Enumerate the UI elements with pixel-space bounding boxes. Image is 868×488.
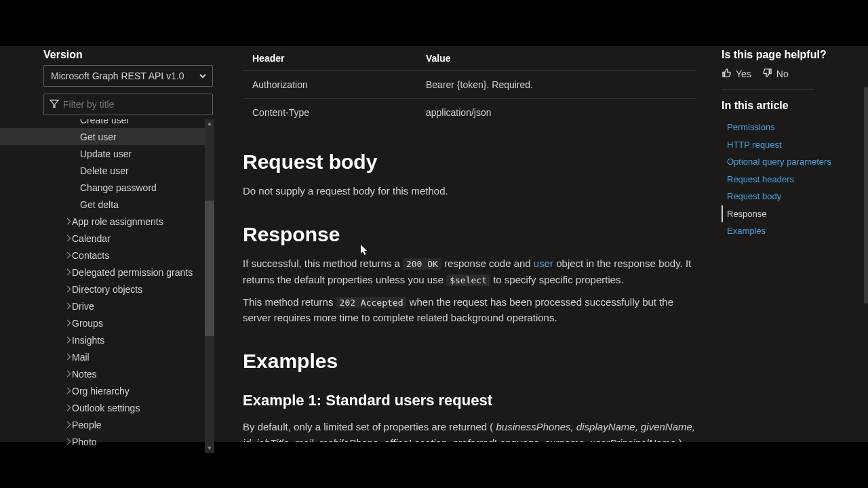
scroll-down-icon[interactable] <box>205 443 214 453</box>
nav-branch[interactable]: Org hierarchy <box>0 382 210 399</box>
nav-branch[interactable]: People <box>0 416 210 433</box>
nav-leaf[interactable]: Get delta <box>0 196 210 213</box>
heading-response: Response <box>243 223 696 246</box>
nav-branch[interactable]: Planner tasks <box>0 450 210 453</box>
nav-branch-label: Notes <box>64 369 97 380</box>
table-cell: Content-Type <box>243 99 416 127</box>
nav-branch-label: Drive <box>64 301 94 312</box>
text: This method returns <box>243 296 336 308</box>
nav-branch[interactable]: Directory objects <box>0 281 210 298</box>
right-sidebar: Is this page helpful? Yes No In this art… <box>722 46 868 442</box>
heading-example-1: Example 1: Standard users request <box>243 392 696 409</box>
filter-input[interactable] <box>63 99 207 110</box>
nav-branch[interactable]: Groups <box>0 314 210 331</box>
nav-branch[interactable]: Photo <box>0 433 210 450</box>
code-200-ok: 200 OK <box>403 258 441 270</box>
request-headers-table: Header Value Authorization Bearer {token… <box>243 46 696 126</box>
toc-link[interactable]: Examples <box>722 222 868 240</box>
code-202-accepted: 202 Accepted <box>336 297 407 308</box>
table-cell: application/json <box>416 99 696 127</box>
nav-branch[interactable]: Insights <box>0 331 210 348</box>
toc-link[interactable]: Permissions <box>722 119 868 136</box>
no-label: No <box>776 68 789 79</box>
mouse-cursor-icon <box>361 245 369 256</box>
toc-link[interactable]: Request headers <box>722 171 868 188</box>
user-link[interactable]: user <box>534 258 553 269</box>
table-cell: Bearer {token}. Required. <box>416 71 696 99</box>
nav-branch-label: Directory objects <box>64 284 142 295</box>
response-text-1: If successful, this method returns a 200… <box>243 256 696 287</box>
version-label: Version <box>43 46 217 65</box>
table-header: Header <box>243 46 416 71</box>
scrollbar-thumb[interactable] <box>205 201 214 336</box>
thumbs-up-icon <box>722 68 732 80</box>
code-select: $select <box>446 274 490 286</box>
table-cell: Authorization <box>243 71 416 99</box>
chevron-down-icon <box>199 71 207 79</box>
nav-leaf[interactable]: Change password <box>0 179 210 196</box>
nav-branch-label: People <box>64 420 102 430</box>
nav-branch[interactable]: App role assignments <box>0 213 210 230</box>
text: response code and <box>441 258 534 269</box>
nav-branch[interactable]: Delegated permission grants <box>0 264 210 281</box>
nav-branch-label: Delegated permission grants <box>64 267 193 278</box>
nav-branch-label: Contacts <box>64 250 109 261</box>
svg-marker-3 <box>361 245 367 255</box>
svg-marker-0 <box>50 100 58 107</box>
yes-label: Yes <box>736 68 751 79</box>
filter-icon <box>50 99 59 110</box>
table-row: Content-Type application/json <box>243 99 696 127</box>
nav-leaf[interactable]: Update user <box>0 145 210 162</box>
response-text-2: This method returns 202 Accepted when th… <box>243 294 696 326</box>
nav-branch[interactable]: Contacts <box>0 247 210 264</box>
table-header: Value <box>416 46 696 71</box>
nav-branch-label: Calendar <box>64 233 111 244</box>
divider <box>722 89 814 90</box>
heading-request-body: Request body <box>243 150 696 174</box>
toc-link[interactable]: Request body <box>722 188 868 205</box>
left-sidebar: Version Microsoft Graph REST API v1.0 Cr… <box>0 46 217 442</box>
filter-box[interactable] <box>43 94 213 115</box>
nav-branch-label: Groups <box>64 318 103 329</box>
heading-examples: Examples <box>243 350 696 373</box>
nav-branch[interactable]: Drive <box>0 298 210 314</box>
helpful-question: Is this page helpful? <box>722 49 868 61</box>
thumbs-down-icon <box>762 68 772 80</box>
nav-branch[interactable]: Mail <box>0 348 210 365</box>
main-content: Header Value Authorization Bearer {token… <box>217 46 722 442</box>
nav-tree[interactable]: Create userGet userUpdate userDelete use… <box>0 119 210 453</box>
version-value: Microsoft Graph REST API v1.0 <box>51 70 184 81</box>
nav-branch[interactable]: Outlook settings <box>0 399 210 416</box>
toc-link[interactable]: Optional query parameters <box>722 153 868 171</box>
nav-branch-label: App role assignments <box>64 216 163 227</box>
toc-link[interactable]: Response <box>722 205 868 223</box>
nav-branch[interactable]: Notes <box>0 365 210 382</box>
scroll-up-icon[interactable] <box>205 119 214 129</box>
version-select[interactable]: Microsoft Graph REST API v1.0 <box>43 65 213 87</box>
toc-heading: In this article <box>722 100 868 112</box>
nav-branch[interactable]: Calendar <box>0 230 210 247</box>
text: By default, only a limited set of proper… <box>243 421 496 432</box>
nav-branch-label: Insights <box>64 335 104 346</box>
yes-button[interactable]: Yes <box>722 68 751 80</box>
text: to specify specific properties. <box>490 274 624 285</box>
no-button[interactable]: No <box>762 68 789 80</box>
nav-leaf[interactable]: Create user <box>0 119 210 128</box>
example-1-text: By default, only a limited set of proper… <box>243 419 696 442</box>
page-scrollbar-thumb[interactable] <box>864 87 868 304</box>
svg-marker-2 <box>208 447 212 450</box>
nav-branch-label: Outlook settings <box>64 403 140 413</box>
request-body-text: Do not supply a request body for this me… <box>243 183 696 199</box>
text: If successful, this method returns a <box>243 258 403 269</box>
nav-branch-label: Org hierarchy <box>64 386 130 396</box>
toc-link[interactable]: HTTP request <box>722 136 868 154</box>
svg-marker-1 <box>208 122 212 125</box>
nav-branch-label: Mail <box>64 352 90 363</box>
table-row: Authorization Bearer {token}. Required. <box>243 71 696 99</box>
nav-leaf[interactable]: Get user <box>0 128 210 145</box>
nav-branch-label: Photo <box>64 436 97 447</box>
toc-list: PermissionsHTTP requestOptional query pa… <box>722 119 868 240</box>
nav-leaf[interactable]: Delete user <box>0 162 210 179</box>
